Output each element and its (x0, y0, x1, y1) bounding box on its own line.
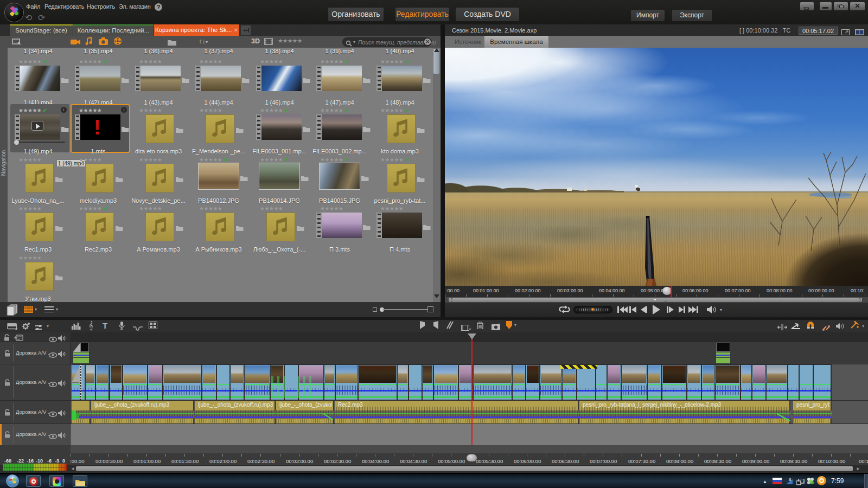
svg-text:8: 8 (789, 477, 792, 482)
